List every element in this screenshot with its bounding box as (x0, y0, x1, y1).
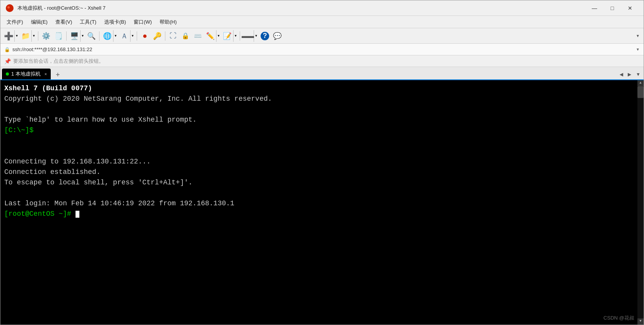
xftp-group: 🌐 ▼ (101, 30, 118, 42)
session-manager-group: 🖥️ ▼ (69, 30, 85, 42)
help-icon: ? (261, 32, 269, 40)
scrollbar-down-button[interactable]: ▼ (637, 318, 644, 325)
open-group: 📁 ▼ (20, 30, 36, 42)
chat-icon: 💬 (273, 32, 282, 40)
script-button[interactable]: ✏️ (204, 30, 216, 42)
tab-local-vm[interactable]: 1 本地虚拟机 × (2, 69, 51, 79)
tab-close-button[interactable]: × (45, 72, 47, 76)
terminal-line-6 (4, 136, 640, 146)
fullscreen-button[interactable]: ⛶ (167, 30, 179, 42)
menu-edit[interactable]: 编辑(E) (28, 17, 51, 27)
minimize-button[interactable]: — (586, 2, 603, 14)
toolbar-area-button[interactable]: ▬▬ (242, 30, 254, 42)
help-button[interactable]: ? (259, 30, 271, 42)
find-button[interactable]: 🔍 (86, 30, 97, 42)
compose-button[interactable]: 📝 (222, 30, 233, 42)
app-logo (5, 3, 14, 13)
toolbar-sep-3 (99, 31, 100, 41)
find-icon: 🔍 (87, 32, 96, 40)
font-dropdown-arrow[interactable]: ▼ (130, 30, 135, 42)
toolbar-area-dropdown-arrow[interactable]: ▼ (254, 30, 258, 42)
script-dropdown-arrow[interactable]: ▼ (216, 30, 221, 42)
toolbar: ➕ ▼ 📁 ▼ ⚙️ 🗒️ 🖥️ ▼ 🔍 (0, 28, 644, 44)
open-dropdown-arrow[interactable]: ▼ (31, 30, 36, 42)
xshell-logo-icon: ● (143, 31, 147, 40)
terminal-line-3 (4, 104, 640, 115)
toolbar-sep-1 (38, 31, 38, 41)
font-button[interactable]: Ａ (118, 30, 130, 42)
tab-add-button[interactable]: + (52, 70, 63, 79)
terminal-area[interactable]: Xshell 7 (Build 0077) Copyright (c) 2020… (0, 80, 644, 325)
session-hint-bar: 📌 要添加当前会话，点击左侧的箭头按钮。 (0, 55, 644, 67)
maximize-button[interactable]: □ (603, 2, 621, 14)
menu-help[interactable]: 帮助(H) (156, 17, 180, 27)
script-icon: ✏️ (206, 32, 215, 40)
scrollbar-track (637, 86, 644, 318)
copy-button[interactable]: 🗒️ (53, 30, 64, 42)
address-dropdown-arrow[interactable]: ▼ (636, 47, 640, 52)
xagent-button[interactable]: 🔑 (151, 30, 163, 42)
xftp-dropdown-arrow[interactable]: ▼ (113, 30, 118, 42)
properties-icon: ⚙️ (42, 32, 50, 40)
toolbar-sep-2 (66, 31, 67, 41)
terminal-line-13: [root@CentOS ~]# (4, 209, 640, 219)
compose-group: 📝 ▼ (222, 30, 238, 42)
screen-icon: 🖥️ (70, 32, 79, 40)
session-manager-button[interactable]: 🖥️ (69, 30, 80, 42)
copy-icon: 🗒️ (54, 32, 63, 40)
tab-label: 1 本地虚拟机 (11, 71, 41, 77)
terminal-line-7 (4, 146, 640, 156)
chat-button[interactable]: 💬 (271, 30, 283, 42)
terminal-scrollbar[interactable]: ▲ ▼ (637, 80, 644, 325)
tab-list-button[interactable]: ▼ (634, 71, 642, 78)
menu-tabs[interactable]: 选项卡(B) (101, 17, 129, 27)
terminal-cursor (76, 211, 79, 218)
scrollbar-thumb[interactable] (637, 86, 644, 98)
xftp-button[interactable]: 🌐 (101, 30, 113, 42)
session-hint-icon: 📌 (4, 58, 11, 64)
terminal-line-12: Last login: Mon Feb 14 10:46:19 2022 fro… (4, 198, 640, 209)
open-button[interactable]: 📁 (20, 30, 31, 42)
xagent-icon: 🔑 (153, 32, 161, 40)
keyboard-button[interactable]: ⌨️ (192, 30, 204, 42)
script-group: ✏️ ▼ (204, 30, 221, 42)
close-button[interactable]: ✕ (621, 2, 639, 14)
properties-button[interactable]: ⚙️ (40, 30, 52, 42)
lock-icon: 🔒 (182, 32, 189, 40)
font-icon: Ａ (121, 31, 128, 41)
svg-point-1 (7, 6, 10, 9)
toolbar-area-group: ▬▬ ▼ (242, 30, 258, 42)
menu-tools[interactable]: 工具(T) (77, 17, 100, 27)
new-session-button[interactable]: ➕ (3, 30, 14, 42)
address-text[interactable]: ssh://root:****@192.168.130.131:22 (12, 46, 634, 52)
compose-dropdown-arrow[interactable]: ▼ (233, 30, 238, 42)
session-manager-dropdown-arrow[interactable]: ▼ (80, 30, 85, 42)
window-title: 本地虚拟机 - root@CentOS:~ - Xshell 7 (17, 5, 586, 12)
address-lock-icon: 🔒 (4, 47, 10, 52)
toolbar-area-icon: ▬▬ (242, 33, 254, 40)
scrollbar-up-button[interactable]: ▲ (637, 80, 644, 86)
main-window: 本地虚拟机 - root@CentOS:~ - Xshell 7 — □ ✕ 文… (0, 0, 644, 325)
expand-icon: ⛶ (170, 32, 177, 40)
lock-button[interactable]: 🔒 (180, 30, 191, 42)
menu-file[interactable]: 文件(F) (3, 17, 26, 27)
terminal-line-5: [C:\~]$ (4, 125, 640, 136)
terminal-line-9: Connection established. (4, 167, 640, 177)
new-session-group: ➕ ▼ (3, 30, 19, 42)
folder-icon: 📁 (21, 32, 30, 40)
new-session-dropdown-arrow[interactable]: ▼ (14, 30, 19, 42)
xshell-logo-button[interactable]: ● (139, 30, 151, 42)
tab-next-button[interactable]: ▶ (626, 71, 633, 78)
menu-window[interactable]: 窗口(W) (131, 17, 155, 27)
terminal-line-10: To escape to local shell, press 'Ctrl+Al… (4, 177, 640, 188)
terminal-line-11 (4, 188, 640, 198)
tab-prev-button[interactable]: ◀ (618, 71, 625, 78)
title-bar: 本地虚拟机 - root@CentOS:~ - Xshell 7 — □ ✕ (0, 0, 644, 16)
session-hint-text: 要添加当前会话，点击左侧的箭头按钮。 (13, 58, 104, 65)
svg-point-0 (6, 4, 14, 12)
toolbar-end-arrow[interactable]: ▼ (634, 32, 641, 40)
menu-view[interactable]: 查看(V) (52, 17, 75, 27)
terminal-line-4: Type `help' to learn how to use Xshell p… (4, 115, 640, 125)
window-controls: — □ ✕ (586, 2, 639, 14)
toolbar-sep-4 (137, 31, 137, 41)
